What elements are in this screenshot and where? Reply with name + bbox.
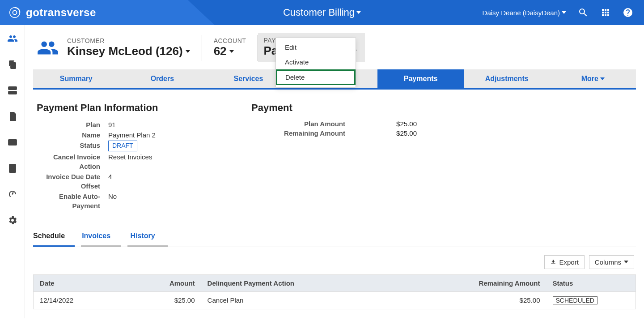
plan-summary-heading: Payment — [251, 102, 439, 114]
sub-tabs: Schedule Invoices History — [33, 227, 636, 247]
apps-icon[interactable] — [600, 7, 611, 18]
info-row: Plan91 — [37, 120, 225, 129]
status-badge: DRAFT — [108, 141, 137, 151]
tab-orders[interactable]: Orders — [119, 69, 206, 88]
user-menu[interactable]: Daisy Deane (DaisyDean) — [483, 9, 566, 17]
main-content: CUSTOMER Kinsey McLeod (126) ACCOUNT 62 — [25, 25, 644, 318]
plan-actions-dropdown: Edit Activate Delete — [275, 38, 356, 87]
summary-value: $25.00 — [363, 129, 417, 137]
info-label: Name — [37, 130, 108, 140]
nav-customers[interactable] — [6, 32, 19, 45]
customer-dropdown[interactable]: Kinsey McLeod (126) — [67, 44, 190, 58]
summary-label: Plan Amount — [251, 120, 363, 128]
dropdown-item-activate[interactable]: Activate — [276, 55, 356, 69]
customer-icon — [37, 37, 59, 59]
col-action[interactable]: Delinquent Payment Action — [201, 274, 399, 291]
summary-label: Remaining Amount — [251, 129, 363, 137]
help-icon[interactable] — [623, 7, 633, 18]
module-switcher[interactable]: Customer Billing — [283, 7, 361, 18]
nav-calculator[interactable] — [6, 162, 19, 175]
caret-down-icon — [356, 11, 361, 14]
svg-rect-8 — [9, 164, 16, 172]
info-value: Reset Invoices — [108, 152, 152, 162]
nav-copy[interactable] — [6, 58, 19, 71]
info-value: 4 — [108, 172, 112, 181]
caret-down-icon — [624, 261, 628, 263]
dropdown-item-delete[interactable]: Delete — [276, 69, 356, 85]
topbar: gotransverse Customer Billing Daisy Dean… — [0, 0, 644, 25]
col-amount[interactable]: Amount — [126, 274, 201, 291]
columns-button[interactable]: Columns — [589, 255, 634, 269]
info-label: Enable Auto-Payment — [37, 192, 108, 210]
info-row: NamePayment Plan 2 — [37, 130, 225, 140]
dropdown-item-edit[interactable]: Edit — [276, 40, 356, 55]
tab-payments[interactable]: Payments — [377, 69, 464, 88]
nav-dashboard[interactable] — [6, 188, 19, 201]
nav-documents[interactable] — [6, 110, 19, 123]
caret-down-icon — [186, 50, 190, 53]
info-label: Status — [37, 141, 108, 150]
table-row[interactable]: 12/14/2022$25.00Cancel Plan$25.00SCHEDUL… — [34, 291, 636, 309]
info-value: DRAFT — [108, 141, 137, 151]
tab-adjustments[interactable]: Adjustments — [464, 69, 550, 88]
info-label: Cancel Invoice Action — [37, 152, 108, 171]
logo-icon — [8, 6, 21, 19]
sub-tab-history[interactable]: History — [127, 227, 168, 247]
export-button[interactable]: Export — [544, 255, 584, 269]
info-value: No — [108, 192, 117, 201]
svg-point-6 — [10, 92, 11, 93]
user-display: Daisy Deane (DaisyDean) — [483, 9, 560, 17]
sub-tab-invoices[interactable]: Invoices — [81, 227, 121, 247]
svg-rect-7 — [8, 140, 17, 145]
info-row: Cancel Invoice ActionReset Invoices — [37, 152, 225, 171]
info-row: StatusDRAFT — [37, 141, 225, 151]
svg-point-5 — [10, 88, 11, 89]
nav-servers[interactable] — [6, 84, 19, 97]
col-remaining[interactable]: Remaining Amount — [399, 274, 547, 291]
caret-down-icon — [600, 77, 605, 80]
account-dropdown[interactable]: 62 — [214, 44, 246, 58]
summary-row: Plan Amount$25.00 — [251, 120, 439, 128]
caret-down-icon — [562, 11, 566, 14]
info-label: Plan — [37, 120, 108, 129]
col-status[interactable]: Status — [547, 274, 636, 291]
col-date[interactable]: Date — [34, 274, 126, 291]
summary-row: Remaining Amount$25.00 — [251, 129, 439, 137]
tab-more[interactable]: More — [550, 69, 636, 88]
info-row: Invoice Due Date Offset4 — [37, 172, 225, 191]
brand-logo[interactable]: gotransverse — [0, 6, 96, 19]
nav-settings[interactable] — [6, 214, 19, 227]
caret-down-icon — [229, 50, 234, 53]
brand-name: gotransverse — [26, 6, 96, 19]
customer-label: CUSTOMER — [67, 37, 190, 44]
plan-info-heading: Payment Plan Information — [37, 102, 225, 114]
module-title: Customer Billing — [283, 7, 355, 18]
account-label: ACCOUNT — [214, 37, 246, 44]
status-badge: SCHEDULED — [553, 296, 597, 304]
info-value: 91 — [108, 120, 116, 129]
tab-summary[interactable]: Summary — [33, 69, 119, 88]
sub-tab-schedule[interactable]: Schedule — [33, 227, 75, 247]
nav-card[interactable] — [6, 136, 19, 149]
info-row: Enable Auto-PaymentNo — [37, 192, 225, 210]
schedule-table: Date Amount Delinquent Payment Action Re… — [33, 274, 636, 309]
summary-value: $25.00 — [363, 120, 417, 128]
left-nav — [0, 25, 25, 318]
search-icon[interactable] — [578, 7, 589, 18]
svg-point-1 — [13, 11, 17, 15]
info-label: Invoice Due Date Offset — [37, 172, 108, 191]
download-icon — [550, 259, 556, 265]
info-value: Payment Plan 2 — [108, 130, 156, 140]
